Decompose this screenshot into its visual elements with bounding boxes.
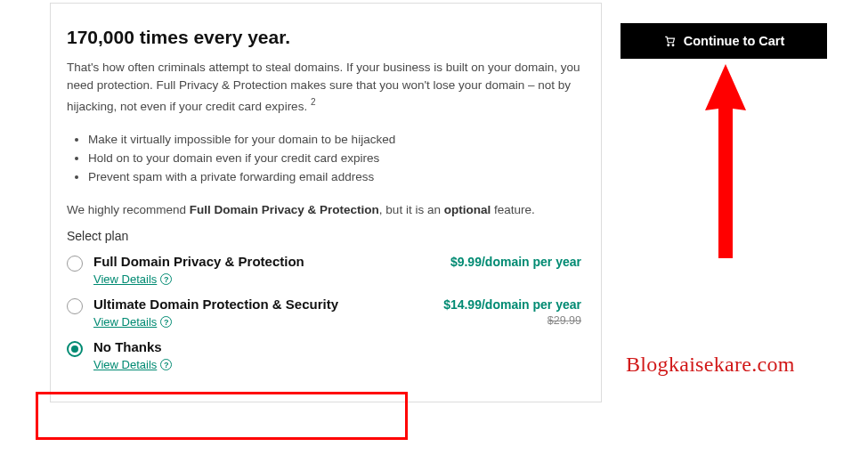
radio-selected-icon[interactable] bbox=[67, 341, 83, 357]
cta-label: Continue to Cart bbox=[684, 34, 785, 48]
price-unit: /domain per year bbox=[482, 297, 581, 312]
recommend-suffix: feature. bbox=[491, 203, 535, 216]
plan-title: No Thanks bbox=[93, 339, 581, 354]
plan-body: No Thanks View Details ? bbox=[93, 339, 581, 371]
benefit-item: Make it virtually impossible for your do… bbox=[88, 131, 581, 150]
view-details-link[interactable]: View Details bbox=[93, 358, 157, 371]
card-heading: 170,000 times every year. bbox=[67, 27, 581, 48]
recommend-prefix: We highly recommend bbox=[67, 203, 190, 216]
benefit-item: Prevent spam with a private forwarding e… bbox=[88, 168, 581, 187]
view-details-link[interactable]: View Details bbox=[93, 315, 157, 329]
price-amount: $9.99 bbox=[450, 255, 482, 269]
view-details-row: View Details ? bbox=[93, 358, 581, 371]
benefit-item: Hold on to your domain even if your cred… bbox=[88, 150, 581, 168]
recommend-bold2: optional bbox=[444, 203, 491, 216]
continue-to-cart-button[interactable]: Continue to Cart bbox=[621, 23, 827, 59]
privacy-card: 170,000 times every year. That's how oft… bbox=[50, 3, 602, 402]
intro-paragraph: That's how often criminals attempt to st… bbox=[67, 59, 581, 115]
radio-unselected-icon[interactable] bbox=[67, 298, 83, 314]
annotation-arrow-icon bbox=[703, 64, 748, 258]
svg-point-0 bbox=[668, 45, 669, 46]
radio-unselected-icon[interactable] bbox=[67, 256, 83, 272]
view-details-link[interactable]: View Details bbox=[93, 272, 157, 286]
svg-point-1 bbox=[672, 45, 674, 46]
plan-option-ultimate[interactable]: Ultimate Domain Protection & Security Vi… bbox=[67, 297, 581, 329]
select-plan-label: Select plan bbox=[67, 229, 581, 243]
plan-option-full-privacy[interactable]: Full Domain Privacy & Protection View De… bbox=[67, 254, 581, 286]
recommend-bold: Full Domain Privacy & Protection bbox=[190, 203, 379, 216]
svg-marker-2 bbox=[705, 64, 746, 258]
cart-icon bbox=[663, 35, 677, 47]
help-icon[interactable]: ? bbox=[160, 359, 172, 370]
benefit-list: Make it virtually impossible for your do… bbox=[67, 131, 581, 187]
view-details-row: View Details ? bbox=[93, 272, 581, 286]
price-strike: $29.99 bbox=[443, 314, 581, 327]
plan-price: $14.99/domain per year $29.99 bbox=[443, 297, 581, 327]
recommend-mid: , but it is an bbox=[379, 203, 444, 216]
footnote-ref: 2 bbox=[311, 97, 316, 107]
price-amount: $14.99 bbox=[443, 297, 482, 312]
plan-price: $9.99/domain per year bbox=[450, 254, 581, 270]
help-icon[interactable]: ? bbox=[160, 273, 172, 285]
price-unit: /domain per year bbox=[482, 255, 581, 269]
help-icon[interactable]: ? bbox=[160, 316, 172, 328]
recommendation-text: We highly recommend Full Domain Privacy … bbox=[67, 203, 581, 216]
watermark-text: Blogkaisekare.com bbox=[626, 353, 795, 377]
intro-text: That's how often criminals attempt to st… bbox=[67, 61, 580, 112]
plan-option-no-thanks[interactable]: No Thanks View Details ? bbox=[67, 339, 581, 371]
